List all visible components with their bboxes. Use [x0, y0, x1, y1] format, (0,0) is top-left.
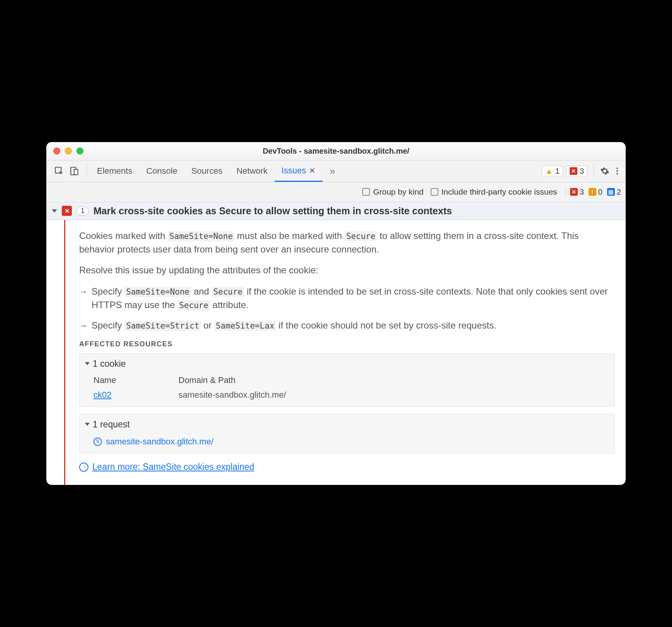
more-icon[interactable]	[613, 166, 622, 176]
tab-elements[interactable]: Elements	[90, 161, 139, 182]
close-tab-icon[interactable]: ✕	[309, 166, 316, 175]
warning-icon: ▲	[545, 167, 553, 175]
table-row: ck02 samesite-sandbox.glitch.me/	[93, 389, 609, 401]
arrow-icon: →	[79, 285, 88, 312]
device-toggle-icon[interactable]	[70, 166, 80, 176]
affected-requests-title: 1 request	[93, 418, 130, 431]
separator	[594, 165, 594, 177]
errors-count: 3	[580, 167, 584, 176]
checkbox-icon	[362, 188, 370, 196]
warnings-count: 1	[555, 167, 560, 176]
info-count: 2	[617, 188, 621, 197]
network-icon: ⇅	[93, 437, 102, 446]
code-samesite-strict: SameSite=Strict	[124, 321, 201, 331]
request-row: ⇅ samesite-sandbox.glitch.me/	[93, 436, 609, 448]
code-samesite-none: SameSite=None	[168, 231, 234, 241]
tab-network[interactable]: Network	[229, 161, 275, 182]
include-third-party-checkbox[interactable]: Include third-party cookie issues	[431, 187, 557, 197]
request-link[interactable]: samesite-sandbox.glitch.me/	[106, 436, 214, 448]
titlebar: DevTools - samesite-sandbox.glitch.me/	[46, 142, 626, 161]
learn-more: → Learn more: SameSite cookies explained	[79, 461, 615, 473]
expand-icon	[52, 209, 57, 213]
info-counter[interactable]: ▤2	[607, 188, 621, 197]
code-samesite-none: SameSite=None	[124, 287, 191, 297]
arrow-icon: →	[79, 319, 88, 332]
issue-title: Mark cross-site cookies as Secure to all…	[93, 205, 452, 217]
affected-cookies: 1 cookie Name Domain & Path ck02 samesit…	[79, 353, 615, 407]
issue-resolve-intro: Resolve this issue by updating the attri…	[79, 264, 615, 277]
issue-content: Cookies marked with SameSite=None must a…	[65, 220, 626, 485]
cookies-table: Name Domain & Path ck02 samesite-sandbox…	[93, 374, 609, 401]
panel-tabs: Elements Console Sources Network Issues …	[90, 161, 342, 182]
col-domain-path: Domain & Path	[178, 374, 236, 386]
window-title: DevTools - samesite-sandbox.glitch.me/	[46, 147, 626, 156]
info-icon: ▤	[607, 188, 615, 196]
code-secure: Secure	[212, 287, 244, 297]
issues-filterbar: Group by kind Include third-party cookie…	[46, 182, 626, 202]
affected-requests: 1 request ⇅ samesite-sandbox.glitch.me/	[79, 414, 615, 454]
settings-icon[interactable]	[600, 166, 609, 176]
panel-tabbar: Elements Console Sources Network Issues …	[46, 161, 626, 182]
inspect-element-icon[interactable]	[54, 166, 64, 176]
warning-icon: !	[589, 188, 596, 196]
warning-count: 0	[598, 188, 602, 197]
tab-console[interactable]: Console	[139, 161, 185, 182]
warning-counter[interactable]: !0	[589, 188, 602, 197]
expand-icon	[85, 362, 90, 365]
error-icon: ✕	[62, 206, 72, 216]
devtools-window: DevTools - samesite-sandbox.glitch.me/ E…	[46, 142, 626, 485]
expand-icon	[85, 423, 90, 426]
col-name: Name	[93, 374, 148, 386]
issue-row-header[interactable]: ✕ 1 Mark cross-site cookies as Secure to…	[46, 202, 626, 220]
svg-point-3	[616, 168, 618, 169]
issue-description: Cookies marked with SameSite=None must a…	[79, 229, 615, 256]
resolution-step: → Specify SameSite=Strict or SameSite=La…	[79, 319, 615, 332]
toolbar-right: ▲ 1 ✕ 3	[542, 165, 622, 177]
error-count: 3	[580, 188, 584, 197]
affected-cookies-title: 1 cookie	[93, 358, 126, 370]
issue-body: Cookies marked with SameSite=None must a…	[46, 220, 626, 485]
cookie-domain: samesite-sandbox.glitch.me/	[178, 389, 286, 401]
tab-overflow[interactable]: »	[322, 161, 342, 182]
inspect-tools	[50, 166, 83, 176]
svg-point-5	[616, 173, 618, 175]
arrow-right-circle-icon: →	[79, 463, 88, 472]
table-header: Name Domain & Path	[93, 374, 609, 386]
errors-badge[interactable]: ✕ 3	[566, 166, 587, 177]
error-icon: ✕	[570, 167, 577, 175]
resolution-step: → Specify SameSite=None and Secure if th…	[79, 285, 615, 312]
tab-sources[interactable]: Sources	[184, 161, 229, 182]
cookie-name-link[interactable]: ck02	[93, 390, 111, 400]
issue-counters: ✕3 !0 ▤2	[566, 188, 621, 197]
error-icon: ✕	[570, 188, 578, 196]
tab-issues[interactable]: Issues ✕	[275, 161, 323, 182]
affected-requests-header[interactable]: 1 request	[85, 418, 609, 431]
warnings-badge[interactable]: ▲ 1	[542, 166, 563, 177]
checkbox-icon	[431, 188, 438, 196]
code-samesite-lax: SameSite=Lax	[214, 321, 276, 331]
tab-issues-label: Issues	[282, 166, 306, 176]
affected-cookies-header[interactable]: 1 cookie	[85, 358, 609, 370]
affected-resources-label: Affected Resources	[79, 339, 615, 349]
include-third-party-label: Include third-party cookie issues	[441, 187, 557, 197]
svg-point-4	[616, 170, 618, 172]
learn-more-link[interactable]: Learn more: SameSite cookies explained	[92, 461, 254, 473]
group-by-kind-checkbox[interactable]: Group by kind	[362, 187, 424, 197]
code-secure: Secure	[178, 300, 210, 310]
svg-rect-2	[74, 169, 78, 175]
error-counter[interactable]: ✕3	[570, 188, 584, 197]
issue-count-badge: 1	[76, 207, 89, 215]
code-secure: Secure	[344, 231, 377, 241]
group-by-kind-label: Group by kind	[373, 187, 424, 197]
separator	[87, 165, 87, 177]
